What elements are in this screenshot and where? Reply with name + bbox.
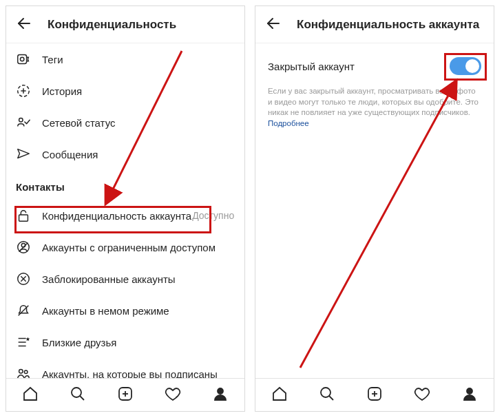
header: Конфиденциальность bbox=[6, 6, 244, 43]
nav-activity-icon[interactable] bbox=[165, 386, 181, 405]
row-suffix: Доступно bbox=[192, 210, 234, 221]
help-text: Если у вас закрытый аккаунт, просматрива… bbox=[255, 81, 494, 129]
page-title: Конфиденциальность аккаунта bbox=[297, 18, 479, 32]
nav-home-icon[interactable] bbox=[271, 386, 288, 405]
row-messages[interactable]: Сообщения bbox=[6, 138, 244, 170]
settings-list: Закрытый аккаунт Если у вас закрытый акк… bbox=[255, 43, 494, 378]
nav-search-icon[interactable] bbox=[70, 386, 86, 405]
row-following[interactable]: Аккаунты, на которые вы подписаны bbox=[6, 358, 244, 378]
row-label: Аккаунты в немом режиме bbox=[42, 305, 169, 317]
activity-icon bbox=[16, 115, 34, 130]
blocked-icon bbox=[16, 271, 34, 286]
tag-icon bbox=[16, 52, 34, 67]
row-label: Аккаунты с ограниченным доступом bbox=[42, 242, 216, 253]
nav-profile-icon[interactable] bbox=[212, 386, 229, 405]
svg-point-6 bbox=[19, 118, 23, 123]
svg-point-19 bbox=[19, 370, 23, 374]
left-screen: Конфиденциальность Теги История Сетевой … bbox=[6, 6, 245, 412]
toggle-label: Закрытый аккаунт bbox=[268, 61, 355, 72]
row-label: Сообщения bbox=[42, 149, 98, 160]
row-story[interactable]: История bbox=[6, 75, 244, 107]
svg-point-26 bbox=[218, 388, 223, 394]
row-close-friends[interactable]: Близкие друзья bbox=[6, 326, 244, 358]
bottom-nav bbox=[255, 378, 494, 411]
nav-new-post-icon[interactable] bbox=[366, 386, 383, 405]
row-account-privacy[interactable]: Конфиденциальность аккаунта Доступно bbox=[6, 200, 244, 231]
svg-point-21 bbox=[72, 388, 81, 397]
row-label: Близкие друзья bbox=[42, 337, 116, 348]
help-body: Если у вас закрытый аккаунт, просматрива… bbox=[268, 87, 479, 116]
svg-rect-1 bbox=[18, 55, 27, 64]
lock-icon bbox=[16, 208, 34, 223]
nav-profile-icon[interactable] bbox=[461, 386, 478, 405]
section-title-contacts: Контакты bbox=[6, 170, 244, 200]
svg-point-2 bbox=[20, 57, 24, 61]
row-blocked[interactable]: Заблокированные аккаунты bbox=[6, 263, 244, 295]
back-arrow-icon[interactable] bbox=[16, 15, 32, 34]
svg-marker-18 bbox=[26, 337, 30, 342]
row-private-account: Закрытый аккаунт bbox=[255, 43, 494, 81]
header: Конфиденциальность аккаунта bbox=[255, 6, 494, 43]
row-label: Сетевой статус bbox=[42, 117, 116, 129]
settings-list: Теги История Сетевой статус Сообщения Ко… bbox=[6, 43, 244, 378]
following-icon bbox=[16, 366, 34, 378]
back-arrow-icon[interactable] bbox=[265, 15, 282, 34]
restricted-icon bbox=[16, 240, 34, 255]
learn-more-link[interactable]: Подробнее bbox=[268, 119, 309, 127]
close-friends-icon bbox=[16, 335, 34, 350]
svg-line-31 bbox=[329, 396, 333, 400]
muted-icon bbox=[16, 303, 34, 318]
row-tags[interactable]: Теги bbox=[6, 43, 244, 75]
page-title: Конфиденциальность bbox=[48, 18, 176, 32]
row-label: Теги bbox=[42, 54, 63, 65]
row-label: Аккаунты, на которые вы подписаны bbox=[42, 368, 218, 379]
row-label: Конфиденциальность аккаунта bbox=[42, 210, 191, 222]
row-activity-status[interactable]: Сетевой статус bbox=[6, 107, 244, 138]
row-restricted[interactable]: Аккаунты с ограниченным доступом bbox=[6, 231, 244, 263]
row-label: Заблокированные аккаунты bbox=[42, 273, 176, 285]
svg-line-22 bbox=[80, 396, 84, 400]
svg-point-35 bbox=[467, 388, 472, 394]
row-muted[interactable]: Аккаунты в немом режиме bbox=[6, 295, 244, 326]
svg-point-20 bbox=[24, 370, 28, 374]
right-screen: Конфиденциальность аккаунта Закрытый акк… bbox=[255, 6, 494, 412]
nav-search-icon[interactable] bbox=[319, 386, 335, 405]
private-account-toggle[interactable] bbox=[450, 57, 481, 75]
nav-activity-icon[interactable] bbox=[414, 386, 430, 405]
row-label: История bbox=[42, 85, 82, 97]
nav-new-post-icon[interactable] bbox=[117, 386, 134, 405]
svg-point-30 bbox=[321, 388, 330, 397]
messages-icon bbox=[16, 147, 34, 162]
nav-home-icon[interactable] bbox=[22, 386, 39, 405]
svg-rect-7 bbox=[19, 215, 28, 221]
bottom-nav bbox=[6, 378, 244, 411]
story-icon bbox=[16, 83, 34, 98]
